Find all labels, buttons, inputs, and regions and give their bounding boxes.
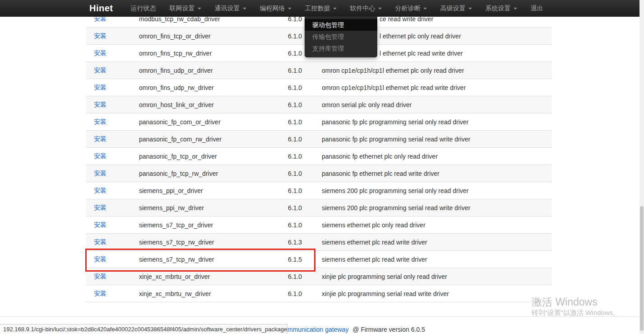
top-navbar: Hinet 运行状态 联网设置 通讯设置 编程网络 工控数据 软件中心 分析诊断…: [0, 0, 639, 17]
navbar-item-industrial-data[interactable]: 工控数据: [298, 0, 343, 17]
driver-description: xinjie plc programming serial read write…: [322, 290, 552, 297]
driver-description: panasonic fp plc programming serial only…: [322, 118, 552, 126]
install-link[interactable]: 安装: [94, 49, 107, 56]
driver-name: omron_host_link_or_driver: [139, 101, 288, 108]
driver-version: 6.1.0: [288, 204, 322, 212]
software-center-dropdown: 驱动包管理传输包管理支持库管理: [305, 16, 377, 57]
table-row: 安装 panasonic_fp_tcp_rw_driver 6.1.0 pana…: [86, 165, 552, 182]
install-link[interactable]: 安装: [94, 101, 107, 108]
driver-description: siemens 200 plc programming serial read …: [322, 204, 552, 212]
driver-description: siemens 200 plc programming serial only …: [322, 187, 552, 194]
driver-description: omron cp1e/cp1h/cp1l ethernet plc only r…: [322, 67, 552, 74]
install-link[interactable]: 安装: [94, 290, 107, 297]
chevron-down-icon: [198, 8, 201, 9]
driver-description: siemens ethernet plc read write driver: [322, 256, 552, 263]
install-link[interactable]: 安装: [94, 255, 107, 263]
driver-version: 6.1.0: [288, 67, 322, 74]
driver-version: 6.1.0: [288, 290, 322, 297]
brand-logo[interactable]: Hinet: [89, 3, 113, 14]
table-row: 安装 omron_host_link_or_driver 6.1.0 omron…: [86, 96, 552, 113]
driver-name: omron_fins_udp_rw_driver: [139, 84, 288, 91]
navbar-item-network-settings[interactable]: 联网设置: [163, 0, 208, 17]
navbar-item-software-center[interactable]: 软件中心: [343, 0, 389, 17]
footer-divider: [0, 316, 639, 317]
driver-name: siemens_ppi_rw_driver: [139, 204, 288, 212]
navbar-item-run-status[interactable]: 运行状态: [124, 0, 163, 17]
install-link[interactable]: 安装: [94, 152, 107, 160]
dropdown-item-transfer-package-mgmt[interactable]: 传输包管理: [305, 31, 377, 42]
driver-version: 6.1.0: [288, 170, 322, 177]
table-row: 安装 xinje_xc_mbrtu_rw_driver 6.1.0 xinjie…: [86, 285, 552, 302]
driver-version: 6.1.0: [288, 221, 322, 229]
driver-version: 6.1.3: [288, 239, 322, 246]
driver-version: 6.1.0: [288, 187, 322, 194]
table-row: 安装 omron_fins_udp_or_driver 6.1.0 omron …: [86, 62, 552, 79]
driver-description: panasonic fp ethernet plc only read driv…: [322, 153, 552, 160]
driver-version: 6.1.0: [288, 101, 322, 108]
driver-description: omron cp1e/cp1h/cp1l ethernet plc read w…: [322, 84, 552, 91]
chevron-down-icon: [288, 8, 292, 9]
driver-version: 6.1.0: [288, 136, 322, 143]
vertical-scrollbar[interactable]: [639, 0, 644, 334]
table-row: 安装 siemens_ppi_or_driver 6.1.0 siemens 2…: [86, 182, 552, 199]
footer-gateway-link[interactable]: mmunication gateway: [287, 326, 348, 333]
table-row: 安装 siemens_s7_tcp_rw_driver 6.1.5 siemen…: [86, 251, 552, 268]
table-row: 安装 panasonic_fp_com_rw_driver 6.1.0 pana…: [86, 131, 552, 148]
browser-status-url: 192.168.9.1/cgi-bin/luci/;stok=b2d8c420a…: [0, 324, 287, 334]
driver-name: siemens_s7_tcp_rw_driver: [139, 256, 288, 263]
install-link[interactable]: 安装: [94, 238, 107, 245]
driver-name: xinje_xc_mbrtu_rw_driver: [139, 290, 288, 297]
driver-name: siemens_s7_tcp_rw_driver: [139, 239, 288, 246]
scrollbar-thumb[interactable]: [640, 206, 644, 331]
driver-name: siemens_ppi_or_driver: [139, 187, 288, 194]
driver-name: panasonic_fp_com_or_driver: [139, 118, 288, 126]
navbar-item-system-settings[interactable]: 系统设置: [479, 0, 524, 17]
driver-name: siemens_s7_tcp_or_driver: [139, 221, 288, 229]
install-link[interactable]: 安装: [94, 135, 107, 142]
navbar-item-comm-settings[interactable]: 通讯设置: [208, 0, 253, 17]
chevron-down-icon: [333, 8, 337, 9]
table-row: 安装 xinje_xc_mbrtu_or_driver 6.1.0 xinjie…: [86, 268, 552, 285]
install-link[interactable]: 安装: [94, 169, 107, 177]
install-link[interactable]: 安装: [94, 187, 107, 194]
navbar-item-analysis-diagnosis[interactable]: 分析诊断: [389, 0, 434, 17]
driver-description: panasonic fp plc programming serial read…: [322, 136, 552, 143]
navbar-item-advanced-settings[interactable]: 高级设置: [434, 0, 479, 17]
driver-name: omron_fins_tcp_or_driver: [139, 33, 288, 40]
table-row: 安装 siemens_s7_tcp_or_driver 6.1.0 siemen…: [86, 216, 552, 234]
driver-name: panasonic_fp_tcp_or_driver: [139, 153, 288, 160]
driver-name: omron_fins_tcp_rw_driver: [139, 50, 288, 57]
navbar-item-logout[interactable]: 退出: [524, 0, 550, 17]
driver-description: omron serial plc only read driver: [322, 101, 552, 108]
install-link[interactable]: 安装: [94, 221, 107, 228]
table-row: 安装 siemens_s7_tcp_rw_driver 6.1.3 siemen…: [86, 234, 552, 251]
driver-name: panasonic_fp_com_rw_driver: [139, 136, 288, 143]
driver-name: panasonic_fp_tcp_rw_driver: [139, 170, 288, 177]
install-link[interactable]: 安装: [94, 204, 107, 211]
table-row: 安装 panasonic_fp_tcp_or_driver 6.1.0 pana…: [86, 148, 552, 165]
driver-description: xinjie plc programming serial only read …: [322, 273, 552, 280]
chevron-down-icon: [243, 8, 246, 9]
driver-description: panasonic fp ethernet plc read write dri…: [322, 170, 552, 177]
driver-version: 6.1.0: [288, 153, 322, 160]
install-link[interactable]: 安装: [94, 84, 107, 91]
install-link[interactable]: 安装: [94, 32, 107, 39]
install-link[interactable]: 安装: [94, 273, 107, 280]
table-row: 安装 omron_fins_udp_rw_driver 6.1.0 omron …: [86, 79, 552, 96]
dropdown-item-support-library-mgmt[interactable]: 支持库管理: [305, 42, 377, 54]
driver-version: 6.1.0: [288, 273, 322, 280]
chevron-down-icon: [468, 8, 472, 9]
table-row: 安装 siemens_ppi_rw_driver 6.1.0 siemens 2…: [86, 199, 552, 216]
dropdown-item-driver-package-mgmt[interactable]: 驱动包管理: [305, 19, 377, 31]
firmware-version-text: @ Firmware version 6.0.5: [352, 326, 425, 333]
chevron-down-icon: [423, 8, 427, 9]
install-link[interactable]: 安装: [94, 118, 107, 125]
navbar-item-programming-network[interactable]: 编程网络: [253, 0, 298, 17]
chevron-down-icon: [378, 8, 382, 9]
driver-name: omron_fins_udp_or_driver: [139, 67, 288, 74]
driver-version: 6.1.0: [288, 84, 322, 91]
table-row: 安装 panasonic_fp_com_or_driver 6.1.0 pana…: [86, 113, 552, 131]
install-link[interactable]: 安装: [94, 66, 107, 74]
driver-description: siemens ethernet plc only read driver: [322, 221, 552, 229]
driver-version: 6.1.5: [288, 256, 322, 263]
